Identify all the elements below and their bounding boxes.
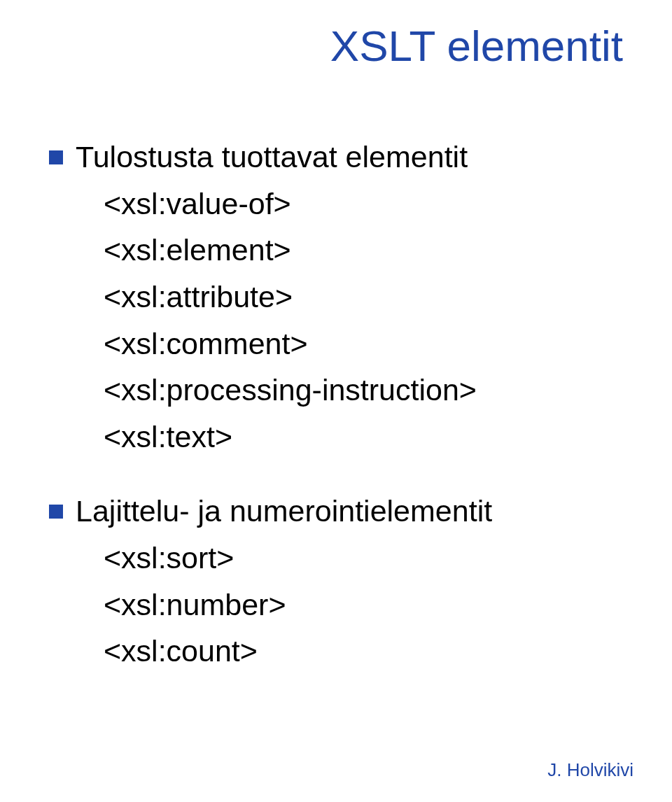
bullet-square-icon bbox=[49, 150, 63, 164]
group-heading-text: Lajittelu- ja numerointielementit bbox=[76, 488, 492, 535]
footer-author: J. Holvikivi bbox=[547, 759, 634, 781]
slide-container: XSLT elementit Tulostusta tuottavat elem… bbox=[0, 0, 672, 802]
sublist: <xsl:sort> <xsl:number> <xsl:count> bbox=[49, 535, 637, 675]
list-item: <xsl:count> bbox=[104, 628, 637, 675]
list-item: <xsl:number> bbox=[104, 582, 637, 628]
list-item: <xsl:value-of> bbox=[104, 181, 637, 227]
list-item: <xsl:comment> bbox=[104, 321, 637, 367]
group-heading-text: Tulostusta tuottavat elementit bbox=[76, 134, 468, 181]
slide-content: Tulostusta tuottavat elementit <xsl:valu… bbox=[49, 134, 637, 675]
group-heading: Lajittelu- ja numerointielementit bbox=[49, 488, 637, 535]
group-sort-number-elements: Lajittelu- ja numerointielementit <xsl:s… bbox=[49, 488, 637, 675]
list-item: <xsl:text> bbox=[104, 414, 637, 460]
group-output-elements: Tulostusta tuottavat elementit <xsl:valu… bbox=[49, 134, 637, 460]
list-item: <xsl:element> bbox=[104, 227, 637, 274]
group-heading: Tulostusta tuottavat elementit bbox=[49, 134, 637, 181]
bullet-square-icon bbox=[49, 505, 63, 519]
sublist: <xsl:value-of> <xsl:element> <xsl:attrib… bbox=[49, 181, 637, 460]
list-item: <xsl:attribute> bbox=[104, 274, 637, 321]
slide-title: XSLT elementit bbox=[49, 21, 637, 71]
list-item: <xsl:processing-instruction> bbox=[104, 367, 637, 414]
list-item: <xsl:sort> bbox=[104, 535, 637, 582]
